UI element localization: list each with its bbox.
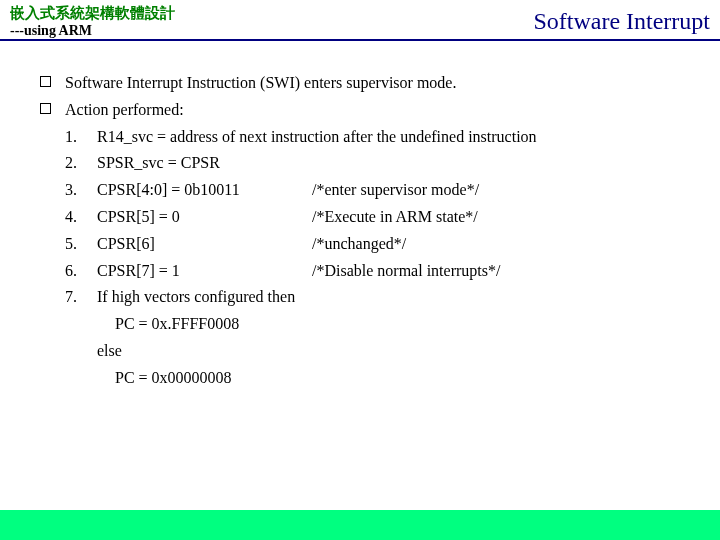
list-item: 5. CPSR[6] /*unchanged*/ — [65, 232, 680, 257]
page-title: Software Interrupt — [533, 4, 710, 35]
slide-header: 嵌入式系統架構軟體設計 ---using ARM Software Interr… — [0, 0, 720, 41]
comment-text: /*enter supervisor mode*/ — [312, 178, 680, 203]
instruction-text: CPSR[4:0] = 0b10011 — [97, 178, 312, 203]
list-number: 4. — [65, 205, 97, 230]
comment-text: /*Execute in ARM state*/ — [312, 205, 680, 230]
list-text: If high vectors configured then — [97, 285, 295, 310]
list-item: 7. If high vectors configured then — [65, 285, 680, 310]
bullet-item: Software Interrupt Instruction (SWI) ent… — [40, 71, 680, 96]
square-bullet-icon — [40, 71, 65, 96]
bullet-text: Software Interrupt Instruction (SWI) ent… — [65, 71, 680, 96]
conditional-block: PC = 0x.FFFF0008 else PC = 0x00000008 — [40, 312, 680, 390]
slide-footer-bar — [0, 510, 720, 540]
slide-content: Software Interrupt Instruction (SWI) ent… — [0, 41, 720, 403]
list-item: 1. R14_svc = address of next instruction… — [65, 125, 680, 150]
code-line: PC = 0x.FFFF0008 — [97, 312, 680, 337]
list-number: 2. — [65, 151, 97, 176]
course-title: 嵌入式系統架構軟體設計 — [10, 4, 175, 23]
list-number: 3. — [65, 178, 97, 203]
list-text: SPSR_svc = CPSR — [97, 151, 220, 176]
list-number: 1. — [65, 125, 97, 150]
list-item: 3. CPSR[4:0] = 0b10011 /*enter superviso… — [65, 178, 680, 203]
bullet-text: Action performed: — [65, 98, 680, 123]
list-item: 6. CPSR[7] = 1 /*Disable normal interrup… — [65, 259, 680, 284]
comment-text: /*unchanged*/ — [312, 232, 680, 257]
numbered-list: 1. R14_svc = address of next instruction… — [40, 125, 680, 311]
bullet-item: Action performed: — [40, 98, 680, 123]
course-subtitle: ---using ARM — [10, 23, 175, 39]
code-line: PC = 0x00000008 — [97, 366, 680, 391]
header-left: 嵌入式系統架構軟體設計 ---using ARM — [10, 4, 175, 39]
list-text: R14_svc = address of next instruction af… — [97, 125, 537, 150]
instruction-text: CPSR[7] = 1 — [97, 259, 312, 284]
comment-text: /*Disable normal interrupts*/ — [312, 259, 680, 284]
list-number: 5. — [65, 232, 97, 257]
list-number: 6. — [65, 259, 97, 284]
list-item: 2. SPSR_svc = CPSR — [65, 151, 680, 176]
instruction-text: CPSR[6] — [97, 232, 312, 257]
code-line: else — [97, 339, 680, 364]
square-bullet-icon — [40, 98, 65, 123]
list-item: 4. CPSR[5] = 0 /*Execute in ARM state*/ — [65, 205, 680, 230]
list-number: 7. — [65, 285, 97, 310]
instruction-text: CPSR[5] = 0 — [97, 205, 312, 230]
